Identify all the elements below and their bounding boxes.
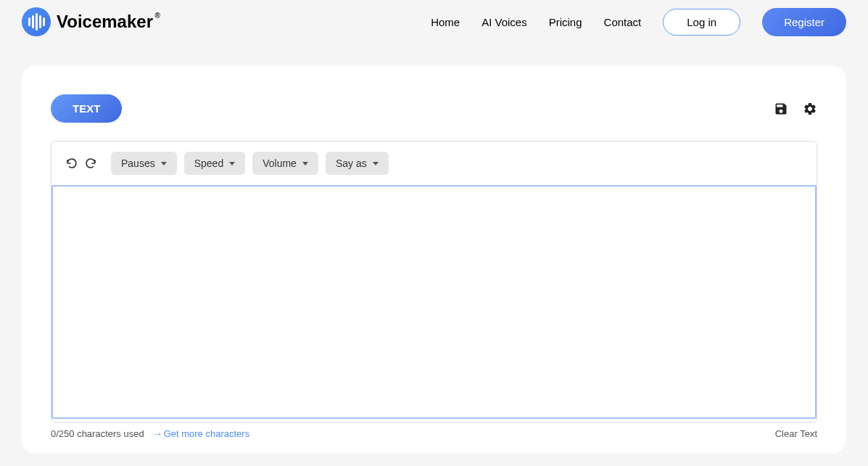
- settings-gear-icon[interactable]: [803, 102, 817, 116]
- nav-contact[interactable]: Contact: [604, 16, 642, 28]
- get-more-characters-link[interactable]: →Get more characters: [153, 428, 250, 439]
- get-more-label: Get more characters: [164, 428, 250, 439]
- login-button[interactable]: Log in: [663, 9, 740, 36]
- footer-left: 0/250 characters used →Get more characte…: [51, 428, 249, 439]
- text-input[interactable]: [51, 185, 817, 419]
- undo-redo-group: [66, 158, 96, 169]
- editor-card: TEXT: [22, 65, 846, 454]
- say-as-label: Say as: [336, 158, 367, 169]
- save-icon[interactable]: [774, 102, 788, 116]
- top-icons: [774, 102, 817, 116]
- register-button[interactable]: Register: [762, 8, 846, 36]
- pauses-dropdown[interactable]: Pauses: [111, 152, 177, 175]
- brand-name: Voicemaker®: [57, 12, 153, 32]
- nav-pricing[interactable]: Pricing: [549, 16, 582, 28]
- text-tab[interactable]: TEXT: [51, 94, 122, 123]
- arrow-right-icon: →: [153, 428, 162, 439]
- editor-footer: 0/250 characters used →Get more characte…: [51, 422, 817, 439]
- chevron-down-icon: [302, 162, 308, 165]
- say-as-dropdown[interactable]: Say as: [326, 152, 389, 175]
- nav-home[interactable]: Home: [431, 16, 460, 28]
- char-count: 0/250 characters used: [51, 428, 144, 439]
- editor-container: Pauses Speed Volume Say as: [51, 141, 817, 422]
- undo-icon[interactable]: [66, 158, 78, 169]
- volume-dropdown[interactable]: Volume: [252, 152, 318, 175]
- nav-ai-voices[interactable]: AI Voices: [481, 16, 527, 28]
- editor-toolbar: Pauses Speed Volume Say as: [51, 142, 817, 185]
- volume-label: Volume: [263, 158, 297, 169]
- speed-dropdown[interactable]: Speed: [184, 152, 245, 175]
- header: Voicemaker® Home AI Voices Pricing Conta…: [0, 0, 868, 44]
- main-nav: Home AI Voices Pricing Contact Log in Re…: [431, 8, 846, 36]
- chevron-down-icon: [161, 162, 167, 165]
- chevron-down-icon: [373, 162, 379, 165]
- logo[interactable]: Voicemaker®: [22, 7, 153, 36]
- speed-label: Speed: [194, 158, 223, 169]
- chevron-down-icon: [229, 162, 235, 165]
- clear-text-button[interactable]: Clear Text: [775, 428, 817, 439]
- redo-icon[interactable]: [85, 158, 96, 169]
- editor-top-row: TEXT: [51, 94, 817, 123]
- waveform-icon: [22, 7, 51, 36]
- pauses-label: Pauses: [121, 158, 155, 169]
